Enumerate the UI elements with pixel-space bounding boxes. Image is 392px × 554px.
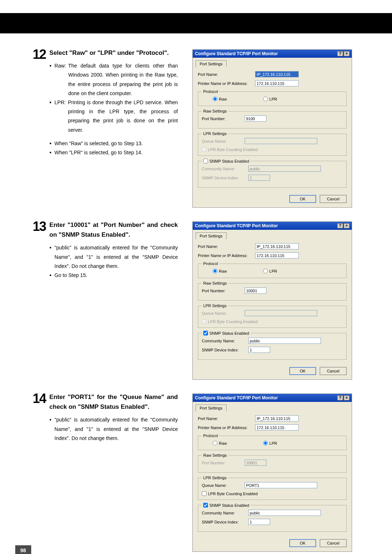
close-icon[interactable]: ×: [344, 51, 350, 56]
radio-lpr[interactable]: LPR: [263, 269, 277, 273]
label-port-name: Port Name:: [198, 244, 252, 249]
snmp-group: SNMP Status Enabled Community Name: SNMP…: [198, 159, 347, 188]
printer-field[interactable]: [255, 424, 299, 431]
protocol-group: Protocol Raw LPR: [198, 433, 347, 450]
label-queue: Queue Name:: [202, 139, 242, 143]
port-number-field[interactable]: [245, 288, 266, 294]
raw-description: The default data type for clients other …: [68, 61, 178, 98]
radio-raw[interactable]: Raw: [213, 441, 227, 445]
step-bullet: "public" is automatically entered for th…: [49, 415, 178, 443]
dialog-title: Configure Standard TCP/IP Port Monitor: [195, 223, 278, 228]
raw-settings-group: Raw Settings Port Number:: [198, 109, 347, 129]
snmp-group: SNMP Status Enabled Community Name: SNMP…: [198, 503, 347, 532]
label-port-num: Port Number:: [202, 289, 242, 293]
label-queue: Queue Name:: [202, 483, 242, 488]
dialog-title: Configure Standard TCP/IP Port Monitor: [195, 395, 278, 400]
snmp-legend: SNMP Status Enabled: [209, 331, 249, 335]
raw-settings-legend: Raw Settings: [202, 453, 228, 457]
port-number-field[interactable]: [245, 115, 266, 122]
protocol-group: Protocol Raw LPR: [198, 89, 347, 106]
queue-name-field: [245, 310, 317, 316]
snmp-legend: SNMP Status Enabled: [209, 159, 249, 163]
help-icon[interactable]: ?: [337, 51, 343, 56]
close-icon[interactable]: ×: [344, 395, 350, 400]
dialog-port-monitor-1: Configure Standard TCP/IP Port Monitor ?…: [192, 49, 352, 208]
radio-lpr[interactable]: LPR: [263, 97, 277, 101]
checkbox-snmp[interactable]: [203, 503, 208, 508]
device-index-field: [248, 175, 270, 181]
step-title: Enter "10001" at "Port Number" and check…: [49, 220, 178, 240]
label-port-num: Port Number:: [202, 117, 242, 121]
lpr-settings-legend: LPR Settings: [202, 304, 228, 308]
checkbox-snmp[interactable]: [203, 159, 208, 163]
checkbox-snmp[interactable]: [203, 331, 208, 335]
port-name-field[interactable]: [255, 415, 299, 421]
label-printer: Printer Name or IP Address:: [198, 425, 252, 430]
step-title: Select "Raw" or "LPR" under "Protocol".: [49, 48, 178, 58]
step-number: 12: [33, 48, 46, 157]
step-number: 13: [33, 220, 46, 280]
snmp-group: SNMP Status Enabled Community Name: SNMP…: [198, 331, 347, 360]
protocol-legend: Protocol: [202, 433, 219, 438]
step-14: 14 Enter "PORT1" for the "Queue Name" an…: [33, 392, 370, 552]
port-name-field[interactable]: [255, 243, 299, 249]
tab-port-settings[interactable]: Port Settings: [196, 60, 226, 67]
checkbox-byte-counting: LPR Byte Counting Enabled: [202, 319, 343, 324]
step-note: When "Raw" is selected, go to Step 13.: [49, 139, 178, 148]
page-header-bar: [0, 0, 392, 33]
lpr-settings-legend: LPR Settings: [202, 131, 228, 136]
help-icon[interactable]: ?: [337, 395, 343, 400]
label-port-num: Port Number:: [202, 461, 242, 465]
cancel-button[interactable]: Cancel: [320, 539, 347, 547]
printer-field[interactable]: [255, 252, 299, 258]
queue-name-field: [245, 138, 317, 144]
queue-name-field[interactable]: [245, 482, 317, 488]
lpr-settings-group: LPR Settings Queue Name: LPR Byte Counti…: [198, 476, 347, 500]
community-field[interactable]: [248, 510, 321, 516]
protocol-legend: Protocol: [202, 261, 219, 266]
protocol-group: Protocol Raw LPR: [198, 261, 347, 278]
step-12: 12 Select "Raw" or "LPR" under "Protocol…: [33, 48, 370, 208]
lpr-description: Printing is done through the LPD service…: [68, 98, 178, 135]
help-icon[interactable]: ?: [337, 223, 343, 228]
tab-port-settings[interactable]: Port Settings: [196, 404, 226, 411]
checkbox-byte-counting: LPR Byte Counting Enabled: [202, 147, 343, 152]
raw-settings-group: Raw Settings Port Number:: [198, 453, 347, 473]
step-title: Enter "PORT1" for the "Queue Name" and c…: [49, 392, 178, 412]
label-device-index: SNMP Device Index:: [202, 176, 245, 180]
raw-settings-legend: Raw Settings: [202, 281, 228, 285]
lpr-term: LPR:: [54, 98, 66, 135]
community-field[interactable]: [248, 338, 321, 344]
device-index-field[interactable]: [248, 519, 270, 525]
ok-button[interactable]: OK: [289, 367, 316, 375]
cancel-button[interactable]: Cancel: [320, 367, 347, 375]
tab-port-settings[interactable]: Port Settings: [196, 232, 226, 239]
label-community: Community Name:: [202, 339, 245, 343]
close-icon[interactable]: ×: [344, 223, 350, 228]
checkbox-byte-counting[interactable]: LPR Byte Counting Enabled: [202, 491, 343, 496]
port-name-field[interactable]: [255, 71, 299, 77]
raw-term: Raw:: [54, 61, 66, 98]
lpr-settings-group: LPR Settings Queue Name: LPR Byte Counti…: [198, 304, 347, 328]
ok-button[interactable]: OK: [289, 195, 316, 203]
step-13: 13 Enter "10001" at "Port Number" and ch…: [33, 220, 370, 380]
label-printer: Printer Name or IP Address:: [198, 253, 252, 258]
label-device-index: SNMP Device Index:: [202, 348, 245, 352]
radio-raw[interactable]: Raw: [213, 97, 227, 101]
cancel-button[interactable]: Cancel: [320, 195, 347, 203]
dialog-port-monitor-3: Configure Standard TCP/IP Port Monitor ?…: [192, 394, 352, 552]
radio-raw[interactable]: Raw: [213, 269, 227, 273]
community-field: [248, 166, 321, 172]
page-number: 98: [15, 545, 31, 554]
printer-field[interactable]: [255, 80, 299, 86]
dialog-port-monitor-2: Configure Standard TCP/IP Port Monitor ?…: [192, 221, 352, 380]
radio-lpr[interactable]: LPR: [263, 441, 277, 445]
port-number-field: [245, 460, 266, 466]
label-queue: Queue Name:: [202, 311, 242, 315]
raw-settings-group: Raw Settings Port Number:: [198, 281, 347, 301]
device-index-field[interactable]: [248, 347, 270, 353]
ok-button[interactable]: OK: [289, 539, 316, 547]
raw-settings-legend: Raw Settings: [202, 109, 228, 113]
label-port-name: Port Name:: [198, 72, 252, 77]
label-printer: Printer Name or IP Address:: [198, 81, 252, 86]
